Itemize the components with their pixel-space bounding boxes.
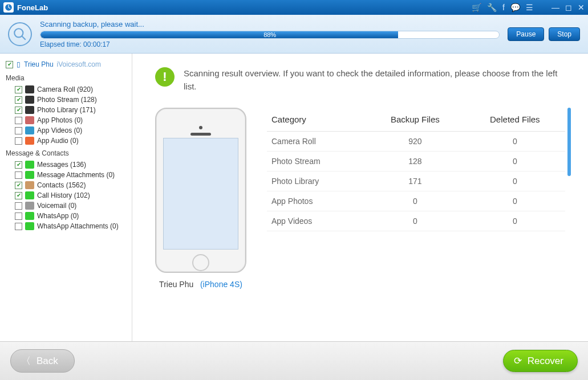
media-item-label: App Audio (0) bbox=[37, 137, 79, 145]
contacts-item[interactable]: WhatsApp Attachments (0) bbox=[0, 221, 132, 231]
minimize-icon[interactable]: — bbox=[551, 3, 559, 12]
contacts-item[interactable]: Contacts (1562) bbox=[0, 180, 132, 190]
media-item-label: Photo Library (171) bbox=[37, 106, 96, 114]
cell-backup: 0 bbox=[366, 191, 465, 211]
cell-category: App Videos bbox=[267, 211, 366, 231]
device-name: Trieu Phu bbox=[24, 60, 54, 68]
key-icon[interactable]: 🔧 bbox=[487, 3, 497, 12]
maximize-icon[interactable]: ◻ bbox=[565, 3, 572, 12]
cell-deleted: 0 bbox=[465, 132, 565, 152]
media-item-label: Photo Stream (128) bbox=[37, 96, 97, 104]
cell-backup: 128 bbox=[366, 152, 465, 171]
col-deleted: Deleted Files bbox=[465, 108, 565, 132]
contacts-checkbox[interactable] bbox=[15, 223, 22, 230]
cell-category: Photo Stream bbox=[267, 152, 366, 171]
media-checkbox[interactable] bbox=[15, 96, 22, 104]
media-section-header: Media bbox=[0, 71, 132, 84]
table-row[interactable]: App Photos00 bbox=[267, 191, 565, 211]
phone-name: Trieu Phu bbox=[159, 280, 193, 289]
contacts-section-header: Message & Contacts bbox=[0, 146, 132, 160]
scan-status-text: Scanning backup, please wait... bbox=[40, 20, 500, 28]
media-item[interactable]: Photo Library (171) bbox=[0, 105, 132, 115]
cell-deleted: 0 bbox=[465, 152, 565, 171]
media-item-icon bbox=[25, 85, 34, 93]
table-row[interactable]: App Videos00 bbox=[267, 211, 565, 231]
table-row[interactable]: Camera Roll9200 bbox=[267, 132, 565, 152]
contacts-checkbox[interactable] bbox=[15, 202, 22, 210]
device-checkbox[interactable] bbox=[6, 61, 13, 68]
contacts-item-icon bbox=[25, 191, 34, 199]
media-item-icon bbox=[25, 116, 34, 124]
recover-button[interactable]: ⟳ Recover bbox=[503, 350, 578, 372]
recover-label: Recover bbox=[528, 356, 563, 367]
contacts-checkbox[interactable] bbox=[15, 161, 22, 169]
contacts-item[interactable]: Voicemail (0) bbox=[0, 201, 132, 211]
media-item[interactable]: App Videos (0) bbox=[0, 125, 132, 136]
progress-fill bbox=[40, 31, 398, 38]
media-checkbox[interactable] bbox=[15, 86, 22, 93]
overview-text: Scanning result overview. If you want to… bbox=[184, 67, 565, 93]
media-item[interactable]: App Photos (0) bbox=[0, 115, 132, 125]
table-row[interactable]: Photo Stream1280 bbox=[267, 152, 565, 171]
media-checkbox[interactable] bbox=[15, 117, 22, 124]
menu-icon[interactable]: ☰ bbox=[526, 3, 533, 12]
app-title: FoneLab bbox=[17, 3, 472, 12]
table-scrollbar[interactable] bbox=[567, 108, 571, 176]
contacts-item-label: Call History (102) bbox=[37, 191, 90, 199]
close-icon[interactable]: ✕ bbox=[578, 3, 585, 12]
contacts-item[interactable]: Messages (136) bbox=[0, 160, 132, 170]
contacts-item-label: Contacts (1562) bbox=[37, 181, 86, 189]
back-button[interactable]: 〈 Back bbox=[10, 349, 75, 373]
media-item[interactable]: Photo Stream (128) bbox=[0, 95, 132, 105]
media-checkbox[interactable] bbox=[15, 137, 22, 145]
col-category: Category bbox=[267, 108, 366, 132]
contacts-item-icon bbox=[25, 161, 34, 169]
stop-button[interactable]: Stop bbox=[549, 27, 580, 41]
content-area: ! Scanning result overview. If you want … bbox=[132, 54, 588, 341]
media-item[interactable]: App Audio (0) bbox=[0, 136, 132, 146]
cell-backup: 0 bbox=[366, 211, 465, 231]
media-checkbox[interactable] bbox=[15, 127, 22, 134]
contacts-item-label: Voicemail (0) bbox=[37, 202, 76, 210]
contacts-item-label: WhatsApp (0) bbox=[37, 212, 79, 220]
cell-deleted: 0 bbox=[465, 171, 565, 191]
cell-deleted: 0 bbox=[465, 191, 565, 211]
results-table: Category Backup Files Deleted Files Came… bbox=[267, 108, 565, 231]
contacts-item-label: Messages (136) bbox=[37, 161, 86, 169]
col-backup: Backup Files bbox=[366, 108, 465, 132]
contacts-checkbox[interactable] bbox=[15, 182, 22, 189]
contacts-checkbox[interactable] bbox=[15, 213, 22, 220]
facebook-icon[interactable]: f bbox=[502, 3, 505, 12]
phone-icon: ▯ bbox=[17, 60, 21, 68]
contacts-item-icon bbox=[25, 202, 34, 210]
info-icon: ! bbox=[155, 67, 175, 87]
scan-panel: Scanning backup, please wait... 88% Elap… bbox=[0, 15, 588, 54]
cart-icon[interactable]: 🛒 bbox=[472, 3, 481, 12]
media-item[interactable]: Camera Roll (920) bbox=[0, 84, 132, 95]
progress-bar: 88% bbox=[40, 31, 500, 39]
chevron-left-icon: 〈 bbox=[21, 354, 31, 367]
table-row[interactable]: Photo Library1710 bbox=[267, 171, 565, 191]
sidebar: ▯ Trieu Phu iVoicesoft.com Media Camera … bbox=[0, 54, 132, 341]
contacts-item-label: WhatsApp Attachments (0) bbox=[37, 222, 119, 230]
elapsed-time: Elapsed time: 00:00:17 bbox=[40, 40, 500, 48]
contacts-item[interactable]: WhatsApp (0) bbox=[0, 211, 132, 221]
contacts-item-icon bbox=[25, 181, 34, 189]
media-checkbox[interactable] bbox=[15, 107, 22, 114]
media-item-icon bbox=[25, 106, 34, 114]
contacts-item[interactable]: Message Attachments (0) bbox=[0, 170, 132, 180]
cell-category: Camera Roll bbox=[267, 132, 366, 152]
contacts-checkbox[interactable] bbox=[15, 171, 22, 179]
media-item-label: Camera Roll (920) bbox=[37, 85, 93, 93]
scan-icon bbox=[8, 22, 32, 46]
device-row[interactable]: ▯ Trieu Phu iVoicesoft.com bbox=[0, 58, 132, 71]
contacts-checkbox[interactable] bbox=[15, 192, 22, 199]
svg-point-1 bbox=[14, 28, 23, 37]
media-item-icon bbox=[25, 126, 34, 134]
contacts-item-icon bbox=[25, 212, 34, 220]
chat-icon[interactable]: 💬 bbox=[510, 3, 520, 12]
contacts-item[interactable]: Call History (102) bbox=[0, 190, 132, 201]
cell-category: Photo Library bbox=[267, 171, 366, 191]
app-logo-icon bbox=[3, 2, 14, 13]
pause-button[interactable]: Pause bbox=[508, 27, 544, 41]
